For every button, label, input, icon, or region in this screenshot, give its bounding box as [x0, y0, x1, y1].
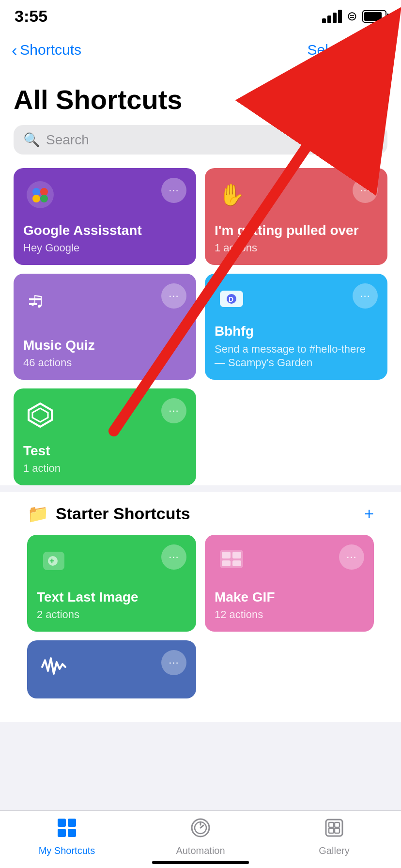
text-last-image-more-button[interactable]: ··· [161, 544, 186, 570]
starter-header: 📁 Starter Shortcuts + [27, 504, 374, 524]
tab-bar: My Shortcuts Automation Gallery [0, 810, 401, 868]
svg-rect-35 [335, 828, 339, 833]
status-icons: ⊜ [322, 9, 386, 24]
home-indicator [152, 861, 249, 864]
pulled-over-title: I'm getting pulled over [215, 222, 378, 239]
text-last-image-icon: + [37, 544, 71, 578]
back-label: Shortcuts [20, 42, 81, 58]
signal-bar-2 [327, 16, 331, 23]
pulled-over-more-button[interactable]: ··· [353, 178, 378, 203]
gallery-label: Gallery [319, 845, 349, 856]
page-title: All Shortcuts [14, 84, 387, 115]
microphone-icon[interactable]: 🎙 [364, 132, 378, 148]
text-last-image-title: Text Last Image [37, 589, 186, 605]
music-quiz-subtitle: 46 actions [23, 356, 186, 370]
google-assistant-subtitle: Hey Google [23, 241, 186, 255]
wifi-icon: ⊜ [347, 9, 357, 24]
bbhfg-title: Bbhfg [215, 323, 378, 340]
automation-label: Automation [176, 845, 225, 856]
starter-title: Starter Shortcuts [56, 504, 190, 523]
make-gif-more-button[interactable]: ··· [339, 544, 364, 570]
shortcut-card-pulled-over[interactable]: ✋ ··· I'm getting pulled over 1 actions [205, 168, 387, 265]
tab-bar-spacer [0, 722, 401, 785]
music-quiz-icon: ♫ [23, 283, 57, 317]
test-title: Test [23, 443, 186, 459]
svg-point-1 [32, 188, 40, 196]
test-subtitle: 1 action [23, 462, 186, 476]
music-quiz-title: Music Quiz [23, 337, 186, 354]
svg-rect-19 [222, 560, 231, 566]
search-input[interactable]: Search [46, 132, 358, 148]
make-gif-title: Make GIF [215, 589, 364, 605]
tab-automation[interactable]: Automation [134, 818, 267, 856]
signal-bars [322, 10, 342, 23]
bbhfg-more-button[interactable]: ··· [353, 283, 378, 309]
gallery-icon [324, 818, 344, 842]
partial-more-button[interactable]: ··· [161, 650, 186, 675]
svg-rect-18 [232, 552, 241, 558]
automation-icon [190, 818, 211, 842]
svg-rect-33 [335, 822, 339, 827]
search-bar[interactable]: 🔍 Search 🎙 [14, 125, 387, 155]
make-gif-icon [215, 544, 248, 578]
nav-bar: ‹ Shortcuts Select + [0, 29, 401, 74]
shortcut-card-bbhfg[interactable]: D ··· Bbhfg Send a message to #hello-the… [205, 274, 387, 380]
add-shortcut-button[interactable]: + [356, 33, 389, 66]
svg-rect-20 [232, 560, 241, 566]
test-icon [23, 398, 57, 432]
pulled-over-subtitle: 1 actions [215, 241, 378, 255]
tab-my-shortcuts[interactable]: My Shortcuts [0, 818, 134, 856]
svg-rect-17 [222, 552, 231, 558]
shortcut-card-google-assistant[interactable]: ··· Google Assisstant Hey Google [14, 168, 196, 265]
svg-point-4 [40, 195, 48, 202]
svg-rect-25 [58, 829, 66, 837]
chevron-left-icon: ‹ [12, 41, 17, 60]
starter-shortcuts-section: 📁 Starter Shortcuts + + [14, 492, 387, 710]
shortcut-card-music-quiz[interactable]: ♫ ··· Music Quiz 46 actions [14, 274, 196, 380]
back-button[interactable]: ‹ Shortcuts [12, 41, 81, 60]
svg-rect-24 [68, 819, 76, 827]
svg-rect-34 [329, 828, 334, 833]
signal-bar-3 [333, 13, 337, 23]
select-button[interactable]: Select [308, 42, 348, 58]
pulled-over-icon: ✋ [215, 178, 248, 212]
svg-point-2 [40, 188, 48, 196]
svg-text:+: + [49, 556, 55, 566]
svg-text:D: D [229, 295, 233, 303]
music-quiz-more-button[interactable]: ··· [161, 283, 186, 309]
svg-rect-26 [68, 829, 76, 837]
battery-icon [362, 10, 386, 23]
test-more-button[interactable]: ··· [161, 398, 186, 423]
google-assistant-title: Google Assisstant [23, 222, 186, 239]
make-gif-subtitle: 12 actions [215, 608, 364, 622]
starter-shortcuts-grid: + ··· Text Last Image 2 actions [27, 535, 374, 698]
status-time: 3:55 [15, 7, 47, 26]
google-assistant-icon [23, 178, 57, 212]
tab-gallery[interactable]: Gallery [267, 818, 401, 856]
shortcut-card-partial[interactable]: ··· [27, 640, 196, 698]
search-icon: 🔍 [23, 132, 40, 148]
shortcut-card-text-last-image[interactable]: + ··· Text Last Image 2 actions [27, 535, 196, 632]
starter-add-button[interactable]: + [364, 504, 374, 523]
svg-point-0 [27, 181, 54, 208]
folder-icon: 📁 [27, 504, 49, 524]
svg-line-30 [200, 825, 203, 828]
bbhfg-subtitle: Send a message to #hello-there — Scampy'… [215, 342, 378, 370]
svg-rect-32 [329, 822, 334, 827]
signal-bar-1 [322, 18, 326, 23]
signal-bar-4 [338, 10, 342, 23]
partial-card-icon [37, 650, 71, 684]
bbhfg-icon: D [215, 283, 248, 317]
plus-icon: + [367, 40, 378, 60]
google-assistant-more-button[interactable]: ··· [161, 178, 186, 203]
svg-marker-12 [32, 408, 48, 422]
nav-right: Select + [308, 33, 389, 66]
shortcut-card-test[interactable]: ··· Test 1 action [14, 388, 196, 485]
status-bar: 3:55 ⊜ [0, 0, 401, 29]
shortcuts-grid: ··· Google Assisstant Hey Google ✋ ··· I… [14, 168, 387, 485]
my-shortcuts-icon [57, 818, 77, 842]
shortcut-card-make-gif[interactable]: ··· Make GIF 12 actions [205, 535, 374, 632]
svg-rect-23 [58, 819, 66, 827]
my-shortcuts-label: My Shortcuts [39, 845, 95, 856]
svg-point-3 [32, 195, 40, 202]
